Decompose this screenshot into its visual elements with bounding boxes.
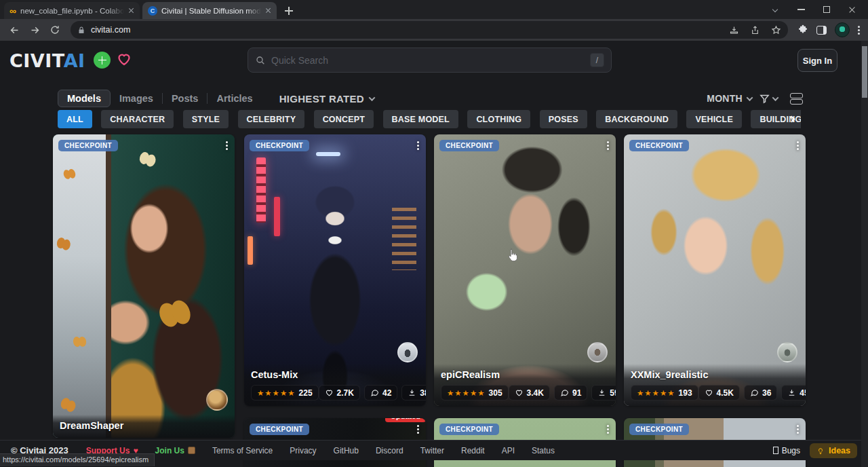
card-menu-icon[interactable] bbox=[226, 141, 228, 143]
reload-button[interactable] bbox=[46, 21, 64, 39]
tab-colab[interactable]: new_colab_file.ipynb - Colaborat bbox=[4, 2, 140, 19]
bugs-button[interactable]: Bugs bbox=[773, 446, 800, 455]
model-card-epicrealism[interactable]: CHECKPOINT epiCRealism ★★★★★ 305 3.4K bbox=[434, 134, 616, 406]
forward-button[interactable] bbox=[26, 21, 43, 39]
category-clothing[interactable]: CLOTHING bbox=[467, 110, 530, 128]
sort-dropdown[interactable]: HIGHEST RATED bbox=[279, 93, 374, 105]
tab-images[interactable]: Images bbox=[111, 90, 162, 107]
send-to-device-icon[interactable] bbox=[729, 25, 739, 35]
card-footer: epiCRealism ★★★★★ 305 3.4K 91 bbox=[434, 364, 616, 406]
upload-button[interactable] bbox=[94, 52, 111, 69]
extensions-puzzle-icon[interactable] bbox=[797, 24, 808, 35]
quick-search[interactable]: / bbox=[248, 48, 612, 73]
likes-count: 2.7K bbox=[337, 388, 354, 398]
card-menu-icon[interactable] bbox=[417, 425, 419, 427]
rating-pill[interactable]: ★★★★★ 305 bbox=[441, 385, 509, 400]
url-text[interactable]: civitai.com bbox=[91, 25, 724, 35]
category-character[interactable]: CHARACTER bbox=[101, 110, 174, 128]
browser-menu-icon[interactable] bbox=[858, 26, 860, 28]
tab-close-icon[interactable] bbox=[265, 7, 271, 14]
bookmark-star-icon[interactable] bbox=[771, 25, 781, 35]
status-url-tooltip: https://civitai.com/models/25694/epicrea… bbox=[0, 453, 155, 466]
tab-civitai[interactable]: Civitai | Stable Diffusion models, bbox=[142, 2, 277, 19]
downloads-pill[interactable]: 38K bbox=[401, 385, 426, 400]
rating-pill[interactable]: ★★★★★ 193 bbox=[631, 385, 698, 400]
likes-pill[interactable]: 3.4K bbox=[509, 385, 550, 400]
creator-avatar[interactable] bbox=[587, 342, 608, 362]
card-menu-icon[interactable] bbox=[607, 425, 609, 427]
likes-pill[interactable]: 4.5K bbox=[698, 385, 740, 400]
footer-link-terms[interactable]: Terms of Service bbox=[212, 446, 273, 455]
card-menu-icon[interactable] bbox=[607, 141, 609, 143]
category-background[interactable]: BACKGROUND bbox=[596, 110, 677, 128]
footer-link-twitter[interactable]: Twitter bbox=[420, 446, 444, 455]
downloads-pill[interactable]: 45K bbox=[781, 385, 806, 400]
sign-in-button[interactable]: Sign In bbox=[797, 49, 837, 72]
support-heart-icon[interactable] bbox=[115, 51, 133, 70]
model-card-xxmix9realistic[interactable]: CHECKPOINT XXMix_9realistic ★★★★★ 193 4.… bbox=[624, 134, 806, 406]
tab-models[interactable]: Models bbox=[58, 90, 111, 107]
filter-dropdown[interactable] bbox=[759, 93, 778, 105]
creator-avatar[interactable] bbox=[777, 342, 797, 362]
civitai-logo[interactable]: CIVITAI bbox=[9, 50, 85, 71]
layout-toggle-icon[interactable] bbox=[790, 93, 803, 105]
likes-count: 3.4K bbox=[527, 388, 544, 398]
side-panel-icon[interactable] bbox=[816, 26, 827, 35]
address-bar[interactable]: civitai.com bbox=[71, 21, 788, 39]
model-card-cetus-mix[interactable]: CHECKPOINT Cetus-Mix ★★★★★ 225 2.7K bbox=[244, 134, 426, 406]
category-style[interactable]: STYLE bbox=[183, 110, 229, 128]
tab-search-button[interactable] bbox=[764, 0, 787, 19]
creator-avatar[interactable] bbox=[397, 342, 418, 362]
plus-icon bbox=[285, 7, 293, 15]
rating-pill[interactable]: ★★★★★ 225 bbox=[251, 385, 319, 400]
back-button[interactable] bbox=[5, 21, 23, 39]
tab-articles[interactable]: Articles bbox=[208, 90, 261, 107]
period-dropdown[interactable]: MONTH bbox=[707, 93, 752, 104]
footer-link-reddit[interactable]: Reddit bbox=[461, 446, 485, 455]
share-icon[interactable] bbox=[750, 25, 760, 35]
category-all[interactable]: ALL bbox=[58, 110, 92, 128]
tab-posts[interactable]: Posts bbox=[163, 90, 208, 107]
comments-pill[interactable]: 42 bbox=[364, 385, 397, 400]
tab-title: Civitai | Stable Diffusion models, bbox=[161, 7, 261, 15]
model-card-grid: CHECKPOINT DreamShaper CHECKPOINT Cetus-… bbox=[53, 134, 807, 467]
footer-link-github[interactable]: GitHub bbox=[334, 446, 359, 455]
footer-link-discord[interactable]: Discord bbox=[376, 446, 403, 455]
model-name[interactable]: XXMix_9realistic bbox=[631, 369, 799, 380]
category-vehicle[interactable]: VEHICLE bbox=[686, 110, 742, 128]
window-close-button[interactable] bbox=[841, 0, 864, 19]
browser-profile-avatar[interactable] bbox=[835, 22, 850, 37]
footer-link-join-us[interactable]: Join Us bbox=[155, 446, 195, 455]
new-tab-button[interactable] bbox=[285, 5, 293, 18]
window-minimize-button[interactable] bbox=[789, 0, 812, 19]
filter-funnel-icon bbox=[759, 93, 770, 105]
categories-scroll-right-button[interactable] bbox=[785, 112, 798, 126]
model-name[interactable]: DreamShaper bbox=[60, 420, 228, 431]
model-name[interactable]: Cetus-Mix bbox=[251, 369, 419, 380]
category-celebrity[interactable]: CELEBRITY bbox=[238, 110, 305, 128]
card-menu-icon[interactable] bbox=[797, 141, 799, 143]
likes-pill[interactable]: 2.7K bbox=[319, 385, 360, 400]
creator-avatar[interactable] bbox=[206, 389, 228, 411]
scrollbar-thumb[interactable] bbox=[862, 46, 867, 98]
ideas-button[interactable]: Ideas bbox=[810, 443, 857, 458]
comments-pill[interactable]: 91 bbox=[554, 385, 587, 400]
page-scrollbar[interactable] bbox=[861, 41, 868, 467]
category-poses[interactable]: POSES bbox=[540, 110, 587, 128]
footer-link-privacy[interactable]: Privacy bbox=[290, 446, 316, 455]
card-menu-icon[interactable] bbox=[417, 141, 419, 143]
category-base-model[interactable]: BASE MODEL bbox=[383, 110, 458, 128]
reload-icon bbox=[50, 24, 60, 35]
model-card-dreamshaper[interactable]: CHECKPOINT DreamShaper bbox=[53, 134, 235, 438]
downloads-pill[interactable]: 59K bbox=[591, 385, 616, 400]
footer-link-status[interactable]: Status bbox=[532, 446, 555, 455]
download-icon bbox=[787, 388, 796, 397]
window-restore-button[interactable] bbox=[815, 0, 838, 19]
category-concept[interactable]: CONCEPT bbox=[314, 110, 374, 128]
card-menu-icon[interactable] bbox=[797, 425, 799, 427]
comments-pill[interactable]: 36 bbox=[744, 385, 777, 400]
search-input[interactable] bbox=[271, 55, 585, 66]
model-name[interactable]: epiCRealism bbox=[441, 369, 609, 380]
tab-close-icon[interactable] bbox=[128, 7, 134, 14]
footer-link-api[interactable]: API bbox=[502, 446, 515, 455]
